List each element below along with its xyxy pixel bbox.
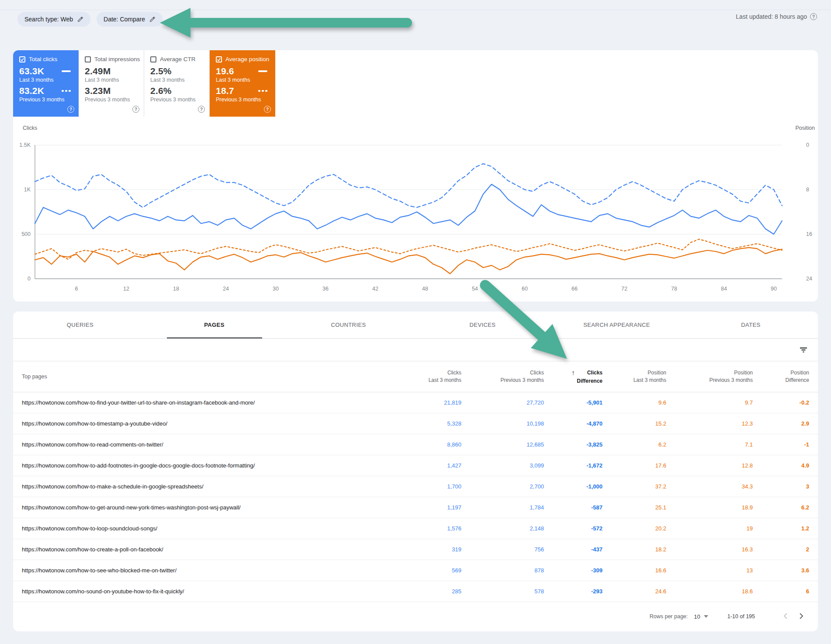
metric-card-total-clicks[interactable]: Total clicks 63.3K Last 3 months 83.2K P…	[13, 50, 79, 117]
metric-card-label: Total impressions	[94, 56, 140, 62]
clicks-difference-cell: -309	[544, 567, 602, 574]
position-last-cell: 9.6	[602, 399, 666, 406]
clicks-previous-cell: 1,784	[461, 504, 544, 511]
page-url[interactable]: https://howtonow.com/how-to-add-footnote…	[13, 462, 374, 469]
clicks-last-cell: 8,860	[374, 441, 461, 448]
svg-text:24: 24	[806, 276, 812, 282]
series-Clicks - Last 3 months	[35, 184, 782, 234]
next-page-button[interactable]	[796, 611, 807, 623]
last-updated-text: Last updated: 8 hours ago	[736, 13, 807, 20]
tab-devices[interactable]: DEVICES	[416, 312, 550, 338]
rows-per-page-label: Rows per page:	[650, 613, 688, 620]
edit-pencil-icon	[77, 16, 83, 23]
svg-text:1.5K: 1.5K	[19, 142, 31, 148]
metric-current-value: 2.49M	[85, 66, 111, 76]
performance-summary-panel: Total clicks 63.3K Last 3 months 83.2K P…	[13, 50, 818, 301]
column-header-position-last[interactable]: PositionLast 3 months	[602, 370, 666, 383]
table-row[interactable]: https://howtonow.com/how-to-add-footnote…	[13, 455, 818, 476]
metric-card-average-ctr[interactable]: Average CTR 2.5% Last 3 months 2.6% Prev…	[144, 50, 210, 117]
table-row[interactable]: https://howtonow.com/how-to-get-around-n…	[13, 497, 818, 518]
date-filter-chip[interactable]: Date: Compare	[97, 12, 163, 27]
page-url[interactable]: https://howtonow.com/how-to-see-who-bloc…	[13, 567, 374, 574]
previous-page-button[interactable]	[780, 611, 790, 623]
clicks-previous-cell: 2,700	[461, 483, 544, 490]
metric-previous-period: Previous 3 months	[216, 97, 270, 103]
metric-previous-period: Previous 3 months	[150, 97, 204, 103]
svg-text:8: 8	[806, 187, 809, 193]
tab-countries[interactable]: COUNTRIES	[281, 312, 416, 338]
position-difference-cell: 2.9	[753, 420, 809, 427]
metric-previous-value: 2.6%	[150, 86, 172, 96]
svg-text:84: 84	[721, 286, 727, 292]
clicks-previous-cell: 578	[461, 588, 544, 595]
table-row[interactable]: https://howtonow.com/how-to-read-comment…	[13, 434, 818, 455]
page-url[interactable]: https://howtonow.com/how-to-timestamp-a-…	[13, 420, 374, 427]
clicks-previous-cell: 2,148	[461, 525, 544, 532]
clicks-axis-label: Clicks	[23, 125, 37, 131]
clicks-last-cell: 285	[374, 588, 461, 595]
page-url[interactable]: https://howtonow.com/how-to-read-comment…	[13, 441, 374, 448]
series-Position - Last 3 months	[35, 248, 782, 274]
table-row[interactable]: https://howtonow.com/how-to-find-your-tw…	[13, 392, 818, 413]
svg-text:90: 90	[771, 286, 777, 292]
page-url[interactable]: https://howtonow.com/how-to-make-a-sched…	[13, 483, 374, 490]
clicks-previous-cell: 27,720	[461, 399, 544, 406]
svg-text:6: 6	[75, 286, 78, 292]
column-header-position-difference[interactable]: PositionDifference	[753, 370, 809, 383]
clicks-difference-cell: -293	[544, 588, 602, 595]
page-url[interactable]: https://howtonow.com/no-sound-on-youtube…	[13, 588, 374, 595]
position-previous-cell: 7.1	[666, 441, 753, 448]
help-icon[interactable]: ?	[132, 106, 139, 113]
table-row[interactable]: https://howtonow.com/no-sound-on-youtube…	[13, 581, 818, 602]
clicks-previous-cell: 878	[461, 567, 544, 574]
pagination-bar: Rows per page: 10 1-10 of 195	[13, 602, 818, 631]
column-header-top-pages[interactable]: Top pages	[13, 374, 374, 380]
help-icon[interactable]: ?	[810, 13, 817, 20]
search-type-filter-chip[interactable]: Search type: Web	[17, 12, 90, 27]
dimensions-table-panel: QUERIES PAGES COUNTRIES DEVICES SEARCH A…	[13, 312, 818, 631]
page-url[interactable]: https://howtonow.com/how-to-create-a-pol…	[13, 546, 374, 553]
column-header-clicks-difference[interactable]: ↑ClicksDifference	[544, 369, 602, 384]
dimension-tabs: QUERIES PAGES COUNTRIES DEVICES SEARCH A…	[13, 312, 818, 339]
table-row[interactable]: https://howtonow.com/how-to-timestamp-a-…	[13, 413, 818, 434]
help-icon[interactable]: ?	[198, 106, 205, 113]
filter-rows-button[interactable]	[798, 345, 809, 357]
position-last-cell: 24.6	[602, 588, 666, 595]
tab-search-appearance[interactable]: SEARCH APPEARANCE	[550, 312, 684, 338]
metric-card-average-position[interactable]: Average position 19.6 Last 3 months 18.7…	[210, 50, 275, 117]
clicks-difference-cell: -1,000	[544, 483, 602, 490]
table-row[interactable]: https://howtonow.com/how-to-loop-soundcl…	[13, 518, 818, 539]
column-header-clicks-last[interactable]: ClicksLast 3 months	[374, 370, 461, 383]
checkbox-checked-icon	[216, 56, 222, 62]
page-url[interactable]: https://howtonow.com/how-to-loop-soundcl…	[13, 525, 374, 532]
column-header-clicks-previous[interactable]: ClicksPrevious 3 months	[461, 370, 544, 383]
metric-current-period: Last 3 months	[19, 77, 73, 83]
page-url[interactable]: https://howtonow.com/how-to-find-your-tw…	[13, 399, 374, 406]
table-row[interactable]: https://howtonow.com/how-to-make-a-sched…	[13, 476, 818, 497]
metric-previous-value: 3.23M	[85, 86, 111, 96]
clicks-previous-cell: 3,099	[461, 462, 544, 469]
metric-card-label: Average position	[225, 56, 269, 62]
page-url[interactable]: https://howtonow.com/how-to-get-around-n…	[13, 504, 374, 511]
table-row[interactable]: https://howtonow.com/how-to-create-a-pol…	[13, 539, 818, 560]
help-icon[interactable]: ?	[67, 106, 74, 113]
clicks-last-cell: 1,700	[374, 483, 461, 490]
tab-dates[interactable]: DATES	[684, 312, 818, 338]
position-last-cell: 16.6	[602, 567, 666, 574]
metric-card-total-impressions[interactable]: Total impressions 2.49M Last 3 months 3.…	[79, 50, 144, 117]
column-header-position-previous[interactable]: PositionPrevious 3 months	[666, 370, 753, 383]
table-row[interactable]: https://howtonow.com/how-to-see-who-bloc…	[13, 560, 818, 581]
svg-text:48: 48	[422, 286, 428, 292]
tab-queries[interactable]: QUERIES	[13, 312, 147, 338]
help-icon[interactable]: ?	[264, 106, 271, 113]
clicks-difference-cell: -3,825	[544, 441, 602, 448]
dashed-line-legend-icon	[62, 90, 71, 92]
metric-cards: Total clicks 63.3K Last 3 months 83.2K P…	[13, 50, 818, 117]
clicks-last-cell: 5,328	[374, 420, 461, 427]
metric-previous-value: 18.7	[216, 86, 234, 96]
table-header-row: Top pages ClicksLast 3 months ClicksPrev…	[13, 361, 818, 392]
rows-per-page-select[interactable]: 10	[694, 613, 708, 620]
position-difference-cell: 1.2	[753, 525, 809, 532]
tab-pages[interactable]: PAGES	[147, 312, 281, 338]
metric-current-period: Last 3 months	[216, 77, 270, 83]
